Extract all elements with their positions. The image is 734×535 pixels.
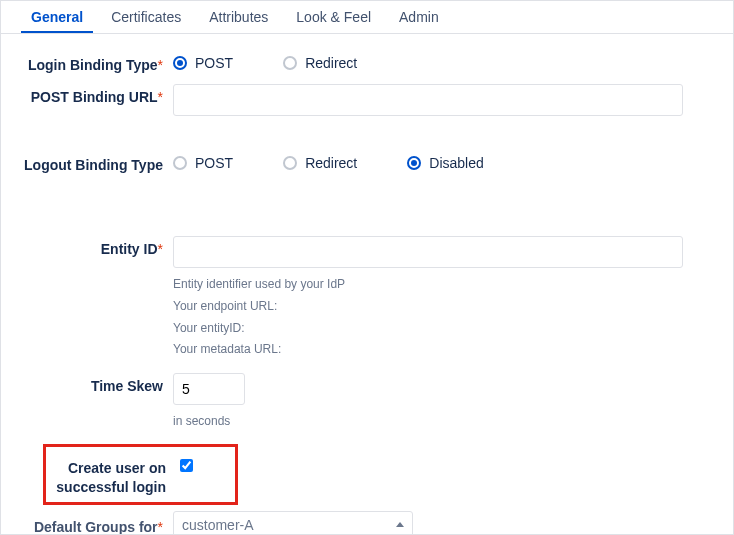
tab-lookfeel[interactable]: Look & Feel	[286, 1, 381, 33]
logout-binding-post[interactable]: POST	[173, 155, 233, 171]
entity-id-input[interactable]	[173, 236, 683, 268]
tab-admin[interactable]: Admin	[389, 1, 449, 33]
create-user-checkbox[interactable]	[180, 459, 193, 472]
tab-attributes[interactable]: Attributes	[199, 1, 278, 33]
radio-icon	[173, 156, 187, 170]
default-groups-label: Default Groups for*	[21, 514, 173, 535]
radio-icon	[407, 156, 421, 170]
create-user-label: Create user on successful login	[46, 455, 176, 495]
tab-general[interactable]: General	[21, 1, 93, 33]
login-binding-redirect[interactable]: Redirect	[283, 55, 357, 71]
entity-id-help: Entity identifier used by your IdP Your …	[173, 274, 713, 360]
radio-icon	[173, 56, 187, 70]
login-binding-group: POST Redirect	[173, 52, 713, 71]
post-binding-url-label: POST Binding URL*	[21, 84, 173, 106]
login-binding-label: Login Binding Type*	[21, 52, 173, 74]
logout-binding-group: POST Redirect Disabled	[173, 152, 713, 171]
logout-binding-disabled[interactable]: Disabled	[407, 155, 483, 171]
time-skew-label: Time Skew	[21, 373, 173, 395]
create-user-highlight: Create user on successful login	[43, 444, 238, 504]
default-groups-select[interactable]: customer-A	[173, 511, 413, 535]
chevron-up-icon	[396, 522, 404, 527]
radio-icon	[283, 156, 297, 170]
time-skew-help: in seconds	[173, 411, 713, 433]
logout-binding-label: Logout Binding Type	[21, 152, 173, 174]
entity-id-label: Entity ID*	[21, 236, 173, 258]
radio-icon	[283, 56, 297, 70]
logout-binding-redirect[interactable]: Redirect	[283, 155, 357, 171]
tab-bar: General Certificates Attributes Look & F…	[1, 1, 733, 34]
tab-certificates[interactable]: Certificates	[101, 1, 191, 33]
post-binding-url-input[interactable]	[173, 84, 683, 116]
time-skew-input[interactable]	[173, 373, 245, 405]
login-binding-post[interactable]: POST	[173, 55, 233, 71]
